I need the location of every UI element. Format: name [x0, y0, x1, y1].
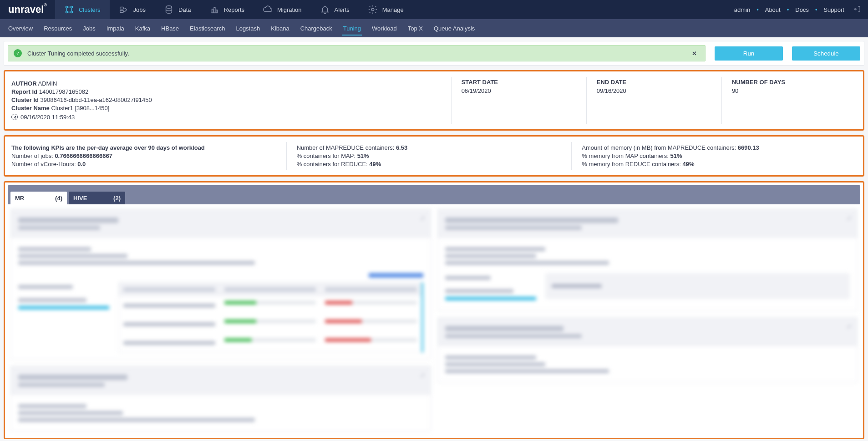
top-nav: unravel® Clusters Jobs Data Reports	[0, 0, 868, 19]
nav-jobs[interactable]: Jobs	[110, 0, 155, 19]
subnav-elasticsearch[interactable]: Elasticsearch	[184, 19, 230, 37]
alerts-icon	[320, 5, 330, 15]
subnav-resources[interactable]: Resources	[38, 19, 77, 37]
subnav-queue[interactable]: Queue Analysis	[428, 19, 480, 37]
tuning-card: ⤢	[10, 209, 431, 360]
sub-nav: Overview Resources Jobs Impala Kafka HBa…	[0, 19, 868, 37]
nav-data[interactable]: Data	[155, 0, 200, 19]
tuning-results-panel: MR(4) HIVE(2) ⤢	[4, 181, 864, 439]
support-link[interactable]: Support	[823, 6, 844, 13]
tuning-card: ⤢	[437, 317, 858, 383]
nav-reports[interactable]: Reports	[200, 0, 254, 19]
subnav-impala[interactable]: Impala	[101, 19, 130, 37]
about-link[interactable]: About	[765, 6, 781, 13]
jobs-icon	[119, 5, 129, 15]
end-date-label: END DATE	[597, 79, 721, 86]
tab-mr[interactable]: MR(4)	[10, 192, 67, 204]
subnav-tuning[interactable]: Tuning	[338, 19, 366, 37]
expand-icon[interactable]: ⤢	[420, 215, 425, 222]
reports-icon	[209, 5, 219, 15]
nav-clusters[interactable]: Clusters	[55, 0, 110, 19]
subnav-workload[interactable]: Workload	[366, 19, 402, 37]
svg-point-10	[371, 8, 374, 11]
subnav-overview[interactable]: Overview	[3, 19, 38, 37]
days-label: NUMBER OF DAYS	[732, 79, 857, 86]
nav-alerts-label: Alerts	[335, 6, 350, 13]
expand-icon[interactable]: ⤢	[847, 323, 852, 330]
svg-rect-4	[120, 7, 123, 10]
logout-icon[interactable]	[853, 5, 862, 15]
nav-manage-label: Manage	[382, 6, 404, 13]
subnav-logstash[interactable]: Logstash	[230, 19, 265, 37]
subnav-kibana[interactable]: Kibana	[265, 19, 294, 37]
svg-rect-7	[212, 9, 213, 13]
docs-link[interactable]: Docs	[795, 6, 809, 13]
check-icon: ✓	[14, 49, 22, 57]
run-button[interactable]: Run	[715, 46, 783, 61]
nav-jobs-label: Jobs	[133, 6, 146, 13]
close-icon[interactable]: ✕	[689, 50, 700, 57]
start-date-label: START DATE	[462, 79, 586, 86]
nav-migration-label: Migration	[277, 6, 301, 13]
start-date-value: 06/19/2020	[462, 87, 586, 94]
expand-icon[interactable]: ⤢	[847, 215, 852, 222]
svg-point-2	[66, 11, 67, 13]
gear-icon	[368, 5, 378, 15]
topnav-items: Clusters Jobs Data Reports Migration	[55, 0, 413, 19]
kpi-panel: The following KPIs are the per-day avera…	[4, 135, 864, 177]
svg-point-3	[71, 11, 72, 13]
user-link[interactable]: admin	[734, 6, 750, 13]
clusters-icon	[64, 5, 74, 15]
subnav-jobs[interactable]: Jobs	[77, 19, 101, 37]
nav-manage[interactable]: Manage	[359, 0, 413, 19]
success-alert: ✓ Cluster Tuning completed successfully.…	[8, 45, 706, 61]
svg-rect-5	[120, 10, 123, 13]
tuning-card: ⤢	[437, 209, 858, 311]
subnav-topx[interactable]: Top X	[402, 19, 428, 37]
subnav-kafka[interactable]: Kafka	[130, 19, 156, 37]
svg-point-0	[66, 6, 67, 8]
migration-icon	[263, 5, 273, 15]
nav-migration[interactable]: Migration	[254, 0, 310, 19]
tuning-card: ⤢	[10, 366, 431, 431]
nav-alerts[interactable]: Alerts	[311, 0, 359, 19]
svg-rect-8	[214, 7, 215, 13]
svg-point-6	[166, 6, 172, 9]
topnav-right: admin • About • Docs • Support	[734, 0, 868, 19]
data-icon	[164, 5, 174, 15]
subnav-hbase[interactable]: HBase	[156, 19, 184, 37]
notice-bar: ✓ Cluster Tuning completed successfully.…	[4, 41, 864, 66]
alert-text: Cluster Tuning completed successfully.	[27, 50, 129, 57]
tab-hive[interactable]: HIVE(2)	[69, 192, 125, 204]
nav-reports-label: Reports	[224, 6, 245, 13]
svg-point-1	[71, 6, 72, 8]
clock-icon	[11, 114, 18, 120]
days-value: 90	[732, 87, 857, 94]
nav-data-label: Data	[178, 6, 191, 13]
brand-logo: unravel®	[0, 0, 55, 19]
svg-rect-9	[216, 10, 217, 13]
expand-icon[interactable]: ⤢	[420, 372, 425, 379]
tuning-tabbar: MR(4) HIVE(2)	[8, 185, 860, 204]
report-meta-panel: AUTHOR ADMIN Report Id 140017987165082 C…	[4, 70, 864, 131]
nav-clusters-label: Clusters	[79, 6, 101, 13]
end-date-value: 09/16/2020	[597, 87, 721, 94]
schedule-button[interactable]: Schedule	[792, 46, 860, 61]
subnav-chargeback[interactable]: Chargeback	[295, 19, 338, 37]
